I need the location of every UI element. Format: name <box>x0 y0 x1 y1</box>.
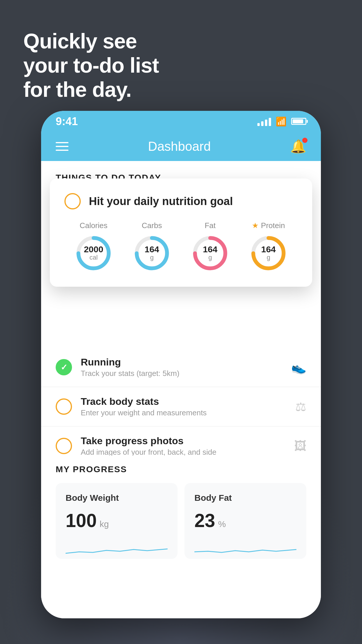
battery-icon <box>291 118 306 125</box>
fat-value: 164 <box>203 245 217 254</box>
body-fat-value-row: 23 % <box>194 510 296 531</box>
macro-carbs: Carbs 164 g <box>133 221 171 272</box>
body-fat-chart <box>194 540 296 558</box>
progress-section: MY PROGRESS Body Weight 100 kg Body Fat <box>41 456 321 568</box>
macro-protein: ★ Protein 164 g <box>249 221 287 272</box>
running-icon: 👟 <box>291 360 306 374</box>
nav-title: Dashboard <box>148 139 211 154</box>
menu-button[interactable] <box>56 142 68 151</box>
star-icon: ★ <box>252 221 259 230</box>
todo-item-running[interactable]: ✓ Running Track your stats (target: 5km)… <box>41 348 321 387</box>
running-name: Running <box>81 356 282 368</box>
phone-frame: 9:41 📶 Dashboard 🔔 THINGS TO DO TOD <box>41 111 321 618</box>
calories-value: 2000 <box>84 245 103 254</box>
progress-cards: Body Weight 100 kg Body Fat 23 % <box>56 483 306 559</box>
fat-label: Fat <box>205 221 216 230</box>
body-weight-chart <box>66 540 168 558</box>
carbs-donut: 164 g <box>133 234 171 272</box>
body-stats-text: Track body stats Enter your weight and m… <box>81 396 287 417</box>
protein-donut: 164 g <box>249 234 287 272</box>
body-weight-value-row: 100 kg <box>66 510 168 531</box>
fat-donut: 164 g <box>191 234 229 272</box>
body-weight-card[interactable]: Body Weight 100 kg <box>56 483 178 559</box>
camera-icon: 🖼 <box>294 439 306 453</box>
signal-icon <box>257 117 271 126</box>
check-icon: ✓ <box>61 363 67 372</box>
body-stats-sub: Enter your weight and measurements <box>81 408 287 417</box>
body-weight-value: 100 <box>66 510 97 531</box>
body-stats-checkbox[interactable] <box>56 398 72 415</box>
todo-item-body-stats[interactable]: Track body stats Enter your weight and m… <box>41 387 321 426</box>
notifications-button[interactable]: 🔔 <box>290 139 306 154</box>
macro-calories: Calories 2000 cal <box>75 221 113 272</box>
running-checkbox[interactable]: ✓ <box>56 359 72 375</box>
status-icons: 📶 <box>257 116 306 127</box>
running-sub: Track your stats (target: 5km) <box>81 369 282 378</box>
fat-unit: g <box>203 254 217 261</box>
wifi-icon: 📶 <box>276 116 287 127</box>
macros-row: Calories 2000 cal Carbs <box>64 221 298 272</box>
photos-text: Take progress photos Add images of your … <box>81 435 285 457</box>
progress-header: MY PROGRESS <box>56 464 306 474</box>
body-fat-title: Body Fat <box>194 493 296 503</box>
notification-badge <box>302 138 307 143</box>
status-time: 9:41 <box>56 115 78 128</box>
carbs-unit: g <box>145 254 159 261</box>
card-title-row: Hit your daily nutrition goal <box>64 193 298 209</box>
protein-unit: g <box>261 254 276 261</box>
photos-checkbox[interactable] <box>56 438 72 454</box>
nutrition-card: Hit your daily nutrition goal Calories 2… <box>50 178 312 287</box>
todo-list: ✓ Running Track your stats (target: 5km)… <box>41 348 321 466</box>
headline: Quickly see your to-do list for the day. <box>23 29 159 102</box>
body-weight-title: Body Weight <box>66 493 168 503</box>
body-stats-name: Track body stats <box>81 396 287 407</box>
scale-icon: ⚖ <box>295 400 306 414</box>
protein-label: ★ Protein <box>252 221 285 230</box>
body-fat-card[interactable]: Body Fat 23 % <box>184 483 306 559</box>
carbs-value: 164 <box>145 245 159 254</box>
carbs-label: Carbs <box>142 221 162 230</box>
body-fat-value: 23 <box>194 510 215 531</box>
calories-unit: cal <box>84 254 103 261</box>
calories-donut: 2000 cal <box>75 234 113 272</box>
nav-bar: Dashboard 🔔 <box>41 132 321 161</box>
running-text: Running Track your stats (target: 5km) <box>81 356 282 378</box>
nutrition-card-title: Hit your daily nutrition goal <box>89 195 233 208</box>
nutrition-checkbox[interactable] <box>64 193 81 209</box>
body-fat-unit: % <box>218 519 226 529</box>
calories-label: Calories <box>80 221 107 230</box>
body-weight-unit: kg <box>100 519 109 529</box>
macro-fat: Fat 164 g <box>191 221 229 272</box>
photos-name: Take progress photos <box>81 435 285 447</box>
protein-value: 164 <box>261 245 276 254</box>
content-area: THINGS TO DO TODAY Hit your daily nutrit… <box>41 161 321 618</box>
status-bar: 9:41 📶 <box>41 111 321 132</box>
